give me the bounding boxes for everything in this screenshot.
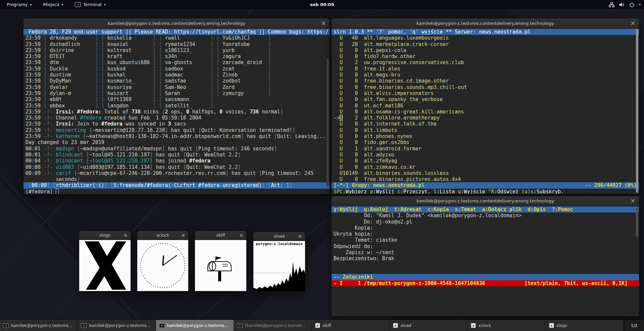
taskbar-item-xlogo[interactable]: xxlogo bbox=[546, 320, 624, 331]
taskbar-item-terminal-minimized[interactable]: ❯[kamilek@porygon-z.testvm… bbox=[234, 320, 312, 331]
terminal-line: 00:08 -!- uid883 [~uid883@197.185.114.13… bbox=[23, 164, 330, 170]
xclock-window-title: xclock bbox=[156, 233, 169, 238]
terminal-line: U 0 free.it.ales bbox=[332, 66, 639, 72]
terminal-line: U 0 fido.ger.os2bbs bbox=[332, 139, 639, 145]
terminal-line: U 40 alt.languages.luxembourgeois bbox=[332, 35, 639, 41]
scrollbar[interactable] bbox=[327, 59, 329, 186]
taskbar-item-label: xclock bbox=[478, 323, 491, 328]
menu-miejsca[interactable]: Miejsca ▾ bbox=[39, 0, 67, 9]
clock[interactable]: sob 00:09 bbox=[310, 2, 334, 7]
terminal-line: 23:59 [ dschadlich ] [ koaxial ] [ rymat… bbox=[23, 41, 330, 47]
close-icon[interactable]: × bbox=[631, 20, 635, 26]
scrollbar[interactable] bbox=[636, 206, 638, 237]
terminal-line: U 0 ut.ecf.mat186 bbox=[332, 103, 639, 109]
taskbar-items: ❯kamilek@porygon-z.testvms…❯kamilek@pory… bbox=[0, 320, 624, 331]
x-application-icon: x bbox=[549, 323, 554, 328]
close-icon[interactable]: × bbox=[181, 233, 185, 238]
taskbar-item-label: kamilek@porygon-z.testvms… bbox=[167, 323, 229, 328]
terminal-line: 00:04 -!- blindcant [~tool@45.121.210.19… bbox=[23, 158, 330, 164]
terminal-line: 23:59 [ DyDyMan ] [ kusmario_ ] [ sadsfa… bbox=[23, 78, 330, 84]
terminal-icon: ❯ bbox=[159, 323, 165, 328]
terminal-line: U 0 alt.osama-is-great.kill-americans bbox=[332, 109, 639, 115]
workspace-indicator[interactable]: 1/2 bbox=[624, 320, 644, 331]
mutt-terminal-content[interactable]: y:Wyślij q:Anuluj t:Adresat c:Kopia s:Te… bbox=[332, 206, 639, 316]
system-menu[interactable]: ▾ bbox=[609, 0, 641, 9]
terminal-line: 23:59 [ dtm ] [ kus_ubuntui686 ] [ sa-gh… bbox=[23, 59, 330, 65]
power-icon bbox=[629, 2, 635, 7]
terminal-line: y:Wyślij q:Anuluj t:Adresat c:Kopia s:Te… bbox=[332, 206, 639, 212]
close-icon[interactable]: × bbox=[239, 233, 243, 238]
slrn-window-title: kamilek@porygon-z.testvms.contentdeliver… bbox=[416, 21, 554, 26]
slrn-titlebar[interactable]: kamilek@porygon-z.testvms.contentdeliver… bbox=[332, 18, 639, 28]
terminal-line bbox=[332, 292, 639, 298]
mutt-titlebar[interactable]: kamilek@porygon-z.testvms.contentdeliver… bbox=[332, 196, 639, 206]
xlogo-canvas bbox=[79, 240, 131, 291]
load-histogram bbox=[253, 241, 305, 291]
chevron-down-icon: ▾ bbox=[30, 3, 32, 6]
taskbar-item-terminal-slrn[interactable]: ❯kamilek@porygon-z.testvms… bbox=[78, 320, 156, 331]
terminal-line: U 0 alt.limbots bbox=[332, 127, 639, 133]
menu-programy[interactable]: Programy ▾ bbox=[3, 0, 36, 9]
mutt-window-title: kamilek@porygon-z.testvms.contentdeliver… bbox=[416, 198, 554, 203]
irssi-titlebar[interactable]: kamilek@porygon-z.testvms.contentdeliver… bbox=[23, 18, 330, 28]
window-xload: xload × porygon-z.localdomain bbox=[253, 232, 305, 291]
terminal-line: U 0 alt.zfe8yag bbox=[332, 158, 639, 164]
terminal-line: U 0 free.binaries.sounds.mp3.chill-out bbox=[332, 84, 639, 90]
close-icon[interactable]: × bbox=[298, 234, 302, 239]
terminal-line: U 0 alt.fan.spanky_the_verbose bbox=[332, 96, 639, 102]
terminal-line: [00:09] [rthdriblizer(+i)] [5:freenode/#… bbox=[23, 182, 330, 188]
terminal-line: 23:59 [ dsirrine ] [ koltrast ] [ s10611… bbox=[23, 47, 330, 53]
irssi-terminal-content[interactable]: Fedora 28, F29 end-user support || Pleas… bbox=[23, 28, 330, 194]
terminal-icon: ❯ bbox=[237, 323, 243, 328]
taskbar-item-label: kamilek@porygon-z.testvms… bbox=[89, 323, 150, 328]
terminal-icon: ❯ bbox=[3, 323, 9, 328]
slrn-terminal-content[interactable]: slrn 1.0.3 ** '?' pomoc, 'q' wyjście ** … bbox=[332, 28, 639, 194]
mailbox-icon bbox=[195, 240, 246, 291]
terminal-line: U 0 alt.megs-bru bbox=[332, 72, 639, 78]
xclock-canvas bbox=[137, 240, 188, 291]
taskbar-item-xclock[interactable]: xxclock bbox=[468, 320, 546, 331]
terminal-line bbox=[332, 268, 639, 274]
menu-miejsca-label: Miejsca bbox=[43, 2, 59, 7]
scrollbar[interactable] bbox=[636, 29, 638, 193]
taskbar-item-label: xlogo bbox=[556, 323, 567, 328]
taskbar-item-xload[interactable]: xxload bbox=[390, 320, 468, 331]
terminal-line: [-*-] Grupy: news.neostrada.pl -- 296/44… bbox=[332, 182, 639, 188]
terminal-line: Bezpieczeństwo: Brak bbox=[332, 255, 639, 262]
terminal-line: 00:09 -!- carif [~mcarifio@cpe-67-246-22… bbox=[23, 170, 330, 176]
window-list-taskbar: ❯kamilek@porygon-z.testvms…❯kamilek@pory… bbox=[0, 320, 644, 331]
terminal-line: 23:59 [ dylan-m ] [ kwizart ] [ Sarah ] … bbox=[23, 90, 330, 96]
terminal-line bbox=[332, 311, 639, 316]
x-application-icon: x bbox=[393, 323, 398, 328]
terminal-line: slrn 1.0.3 ** '?' pomoc, 'q' wyjście ** … bbox=[332, 29, 639, 35]
xlogo-window-title: xlogo bbox=[99, 233, 110, 238]
terminal-icon: ❯ bbox=[75, 2, 81, 7]
close-icon[interactable]: × bbox=[321, 20, 326, 26]
terminal-line: 23:59 [ drkokandy ] [ knikolla ] [ rwall… bbox=[23, 35, 330, 41]
terminal-line: 23:59 [ Duckle ] [ kusbsd ] [ sadbox ] [… bbox=[23, 66, 330, 72]
terminal-line: SPC:Wybierz p:Wyślij c:Przeczyt. l:Lista… bbox=[332, 189, 639, 194]
window-terminal-mutt: kamilek@porygon-z.testvms.contentdeliver… bbox=[332, 196, 639, 316]
xclock-titlebar[interactable]: xclock × bbox=[137, 231, 188, 240]
terminal-line: ->U 2 alt.folklore.aromatherapy bbox=[332, 115, 639, 121]
close-icon[interactable]: × bbox=[631, 198, 635, 204]
terminal-line: U 0 free.binaries.cd.image.other bbox=[332, 78, 639, 84]
terminal-line: U 2 uw.progressive.conservatives.club bbox=[332, 59, 639, 65]
taskbar-item-label: kamilek@porygon-z.testvms… bbox=[11, 323, 72, 328]
terminal-line: [#fedora] bbox=[23, 189, 330, 194]
xbiff-titlebar[interactable]: xbiff × bbox=[195, 231, 246, 240]
terminal-line: 23:59 [ ebbex ] [ langdon ] [ satellit_ … bbox=[23, 103, 330, 109]
xlogo-titlebar[interactable]: xlogo × bbox=[79, 231, 131, 240]
taskbar-item-xbiff[interactable]: xxbiff bbox=[312, 320, 390, 331]
taskbar-item-terminal-mutt[interactable]: ❯kamilek@porygon-z.testvms… bbox=[156, 320, 234, 331]
close-icon[interactable]: × bbox=[123, 233, 128, 238]
terminal-line: U 0 alt.pepsi-cola bbox=[332, 47, 639, 53]
terminal-line: Od: "Kamil J. Dudek" <kamilek@porygon-z.… bbox=[332, 212, 639, 219]
xload-titlebar[interactable]: xload × bbox=[253, 232, 305, 241]
xbiff-window-title: xbiff bbox=[216, 233, 225, 238]
taskbar-item-terminal-irssi[interactable]: ❯kamilek@porygon-z.testvms… bbox=[0, 320, 78, 331]
x-application-icon: x bbox=[471, 323, 476, 328]
taskbar-item-label: xload bbox=[400, 323, 411, 328]
menu-terminal[interactable]: ❯ Terminal ▾ bbox=[71, 0, 110, 9]
terminal-line: 00:01 -!- blindcant [~tool@45.121.210.19… bbox=[23, 152, 330, 158]
